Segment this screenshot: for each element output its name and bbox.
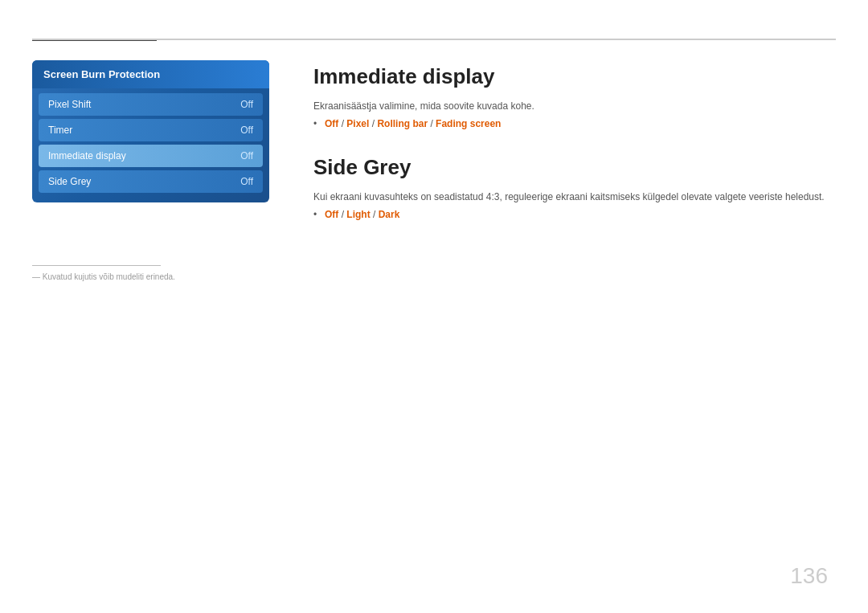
option-separator: / <box>338 118 346 129</box>
footnote-line <box>32 265 161 266</box>
footnote-area: ― Kuvatud kujutis võib mudeliti erineda. <box>32 265 269 281</box>
menu-item-value: Off <box>240 125 253 136</box>
option-highlighted-text: Light <box>346 209 370 220</box>
right-panel: Immediate displayEkraanisäästja valimine… <box>313 64 836 246</box>
top-border <box>32 39 836 40</box>
option-highlighted-text: Off <box>325 209 338 220</box>
menu-item-label: Timer <box>48 125 72 136</box>
option-highlighted-text: Off <box>325 118 338 129</box>
menu-item-label: Pixel Shift <box>48 99 91 110</box>
option-separator: / <box>338 209 346 220</box>
menu-item-side-grey[interactable]: Side GreyOff <box>39 170 263 193</box>
menu-box: Screen Burn Protection Pixel ShiftOffTim… <box>32 60 269 202</box>
menu-item-label: Immediate display <box>48 150 126 161</box>
option-item: Off / Pixel / Rolling bar / Fading scree… <box>313 118 836 129</box>
option-highlighted-text: Pixel <box>346 118 369 129</box>
option-highlighted-text: Fading screen <box>436 118 501 129</box>
option-separator: / <box>428 118 436 129</box>
menu-items: Pixel ShiftOffTimerOffImmediate displayO… <box>32 88 269 196</box>
option-list-side-grey: Off / Light / Dark <box>313 209 836 220</box>
menu-item-value: Off <box>240 176 253 187</box>
menu-item-value: Off <box>240 150 253 161</box>
menu-title: Screen Burn Protection <box>32 60 269 88</box>
left-panel: Screen Burn Protection Pixel ShiftOffTim… <box>32 60 269 202</box>
section-title-immediate-display: Immediate display <box>313 64 836 89</box>
menu-item-value: Off <box>240 99 253 110</box>
option-separator: / <box>371 209 379 220</box>
section-title-side-grey: Side Grey <box>313 155 836 180</box>
option-item: Off / Light / Dark <box>313 209 836 220</box>
footnote-text: ― Kuvatud kujutis võib mudeliti erineda. <box>32 272 269 281</box>
section-desc-side-grey: Kui ekraani kuvasuhteks on seadistatud 4… <box>313 191 836 202</box>
option-highlighted-text: Rolling bar <box>377 118 428 129</box>
menu-item-label: Side Grey <box>48 176 91 187</box>
page-number: 136 <box>790 563 828 589</box>
option-separator: / <box>369 118 377 129</box>
option-highlighted-text: Dark <box>379 209 400 220</box>
menu-item-timer[interactable]: TimerOff <box>39 119 263 141</box>
menu-item-immediate-display[interactable]: Immediate displayOff <box>39 145 263 167</box>
menu-item-pixel-shift[interactable]: Pixel ShiftOff <box>39 93 263 116</box>
section-desc-immediate-display: Ekraanisäästja valimine, mida soovite ku… <box>313 100 836 112</box>
option-list-immediate-display: Off / Pixel / Rolling bar / Fading scree… <box>313 118 836 129</box>
